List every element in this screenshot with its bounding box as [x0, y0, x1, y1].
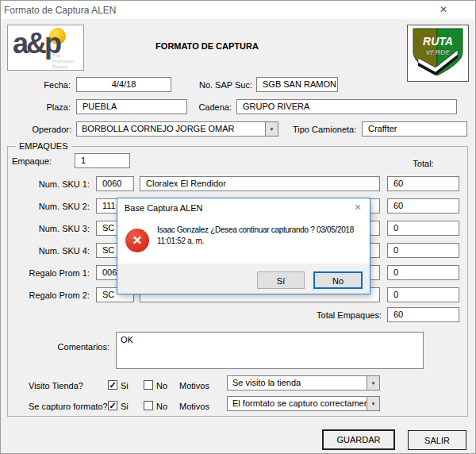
empaque-input[interactable]: 1	[75, 153, 130, 168]
total-column-header: Total:	[387, 159, 459, 168]
capturo-si-label: Si	[121, 402, 129, 411]
visito-si-label: Si	[121, 381, 129, 391]
cadena-input[interactable]: GRUPO RIVERA	[236, 99, 457, 114]
sku1-total-input[interactable]: 60	[387, 176, 459, 191]
sku4-label: Num. SKU 4:	[9, 246, 90, 256]
visito-motivos-combobox[interactable]: Se visito la tienda ▼	[227, 375, 380, 391]
sku3-label: Num. SKU 3:	[9, 224, 90, 233]
capturo-motivos-value: El formtato se capturo correctamente	[232, 398, 376, 408]
no-button[interactable]: No	[313, 271, 363, 289]
regalo2-total-input[interactable]: 0	[387, 287, 459, 302]
fecha-input[interactable]: 4/4/18	[76, 77, 171, 92]
comentarios-label: Comentarios:	[56, 342, 109, 352]
sku4-total-input[interactable]: 0	[387, 243, 459, 258]
form-window: Formato de Captura ALEN ✕ a&p The Promot…	[0, 0, 476, 454]
ruta-verde-shield-icon: RUTA VERDE	[408, 25, 468, 81]
plaza-input[interactable]: PUEBLA	[76, 99, 187, 114]
yes-button[interactable]: Sí	[257, 271, 305, 289]
error-x-glyph: ✕	[132, 233, 143, 247]
ap-logo-subtext: The Promotion Resour	[52, 53, 74, 70]
sku2-label: Num. SKU 2:	[9, 202, 90, 211]
window-title: Formato de Captura ALEN	[4, 5, 116, 16]
salir-button[interactable]: SALIR	[408, 430, 466, 450]
empaque-label: Empaque:	[12, 156, 52, 166]
message-box: Base Captura ALEN ✕ ✕ Isaac Gonzalez ¿De…	[117, 198, 370, 294]
ap-logo-sub1: The	[52, 53, 60, 58]
capturo-motivos-combobox[interactable]: El formtato se capturo correctamente ▼	[227, 396, 380, 411]
visito-motivos-value: Se visito la tienda	[232, 378, 301, 387]
capturo-motivos-label: Motivos	[179, 402, 209, 411]
sku1-label: Num. SKU 1:	[9, 179, 90, 189]
ap-logo-sub2: Promotion	[52, 59, 74, 63]
message-line2: 11:01:52 a. m.	[157, 237, 204, 245]
message-box-title: Base Captura ALEN	[125, 203, 202, 213]
form-title: FORMATO DE CAPTURA	[120, 41, 294, 51]
ap-logo-sub3: Resour	[52, 64, 67, 69]
tipo-camioneta-label: Tipo Camioneta:	[293, 125, 356, 134]
visito-tienda-label: Visito Tienda?	[29, 381, 83, 391]
regalo2-label: Regalo Prom 2:	[9, 290, 90, 300]
chevron-down-icon[interactable]: ▼	[367, 376, 379, 390]
fecha-label: Fecha:	[17, 80, 71, 90]
guardar-button[interactable]: GUARDAR	[322, 429, 395, 450]
sku2-total-input[interactable]: 60	[387, 198, 459, 214]
sap-label: No. SAP Suc:	[191, 80, 252, 90]
message-box-footer: Sí No	[117, 264, 370, 294]
total-empaques-input[interactable]: 60	[387, 307, 459, 322]
sku3-total-input[interactable]: 0	[387, 221, 459, 236]
message-line1: Isaac Gonzalez ¿Desea continuar capturan…	[157, 225, 354, 234]
tipo-camioneta-input[interactable]: Craffter	[362, 121, 467, 137]
capturo-formato-label: Se capturo formato?	[29, 402, 108, 411]
operador-value: BORBOLLA CORNEJO JORGE OMAR	[82, 124, 235, 133]
chevron-down-icon[interactable]: ▼	[367, 397, 379, 410]
plaza-label: Plaza:	[17, 102, 71, 112]
capturo-no-checkbox[interactable]	[144, 401, 153, 410]
verde-text: VERDE	[425, 48, 451, 56]
message-text: Isaac Gonzalez ¿Desea continuar capturan…	[157, 225, 354, 247]
visito-motivos-label: Motivos	[179, 381, 209, 391]
message-box-close-icon[interactable]: ✕	[351, 202, 365, 215]
error-icon: ✕	[125, 229, 149, 252]
title-bar: Formato de Captura ALEN ✕	[1, 1, 475, 19]
ruta-text: RUTA	[423, 35, 453, 48]
ruta-verde-logo: RUTA VERDE	[407, 25, 469, 82]
sap-input[interactable]: SGB SAN RAMON	[256, 77, 338, 92]
check-icon: ✓	[109, 380, 116, 390]
regalo1-total-input[interactable]: 0	[387, 265, 459, 280]
visito-no-label: No	[156, 381, 167, 391]
total-empaques-label: Total Empaques:	[302, 310, 382, 320]
cadena-label: Cadena:	[175, 102, 232, 112]
capturo-no-label: No	[156, 402, 167, 411]
capturo-si-checkbox[interactable]: ✓	[108, 401, 117, 410]
chevron-down-icon[interactable]: ▼	[265, 122, 278, 136]
operador-label: Operador:	[17, 125, 71, 134]
operador-combobox[interactable]: BORBOLLA CORNEJO JORGE OMAR ▼	[76, 121, 278, 137]
visito-no-checkbox[interactable]	[144, 380, 153, 390]
empaques-group-label: EMPAQUES	[16, 141, 71, 151]
close-icon[interactable]: ✕	[434, 4, 453, 17]
check-icon: ✓	[109, 401, 116, 410]
comentarios-textarea[interactable]: OK	[116, 332, 424, 369]
visito-si-checkbox[interactable]: ✓	[108, 380, 117, 390]
ap-logo: a&p The Promotion Resour	[7, 25, 84, 71]
sku1-desc-input[interactable]: Cloralex El Rendidor	[140, 176, 380, 191]
regalo1-label: Regalo Prom 1:	[9, 268, 90, 278]
sku1-code-input[interactable]: 0060	[96, 176, 134, 191]
